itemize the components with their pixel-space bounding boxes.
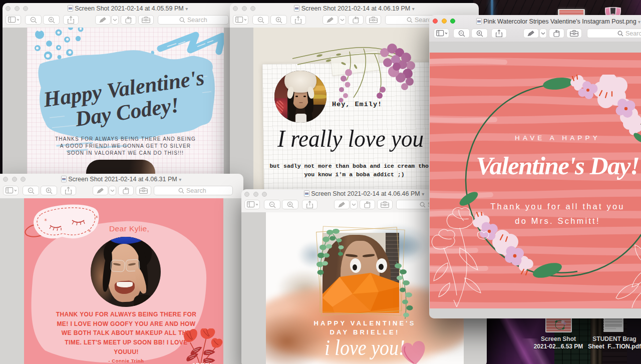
svg-text:✳: ✳ [88,229,92,233]
svg-text:Have a: Have a [556,323,561,324]
svg-text:✳: ✳ [95,215,99,219]
svg-text:✳: ✳ [44,218,48,222]
